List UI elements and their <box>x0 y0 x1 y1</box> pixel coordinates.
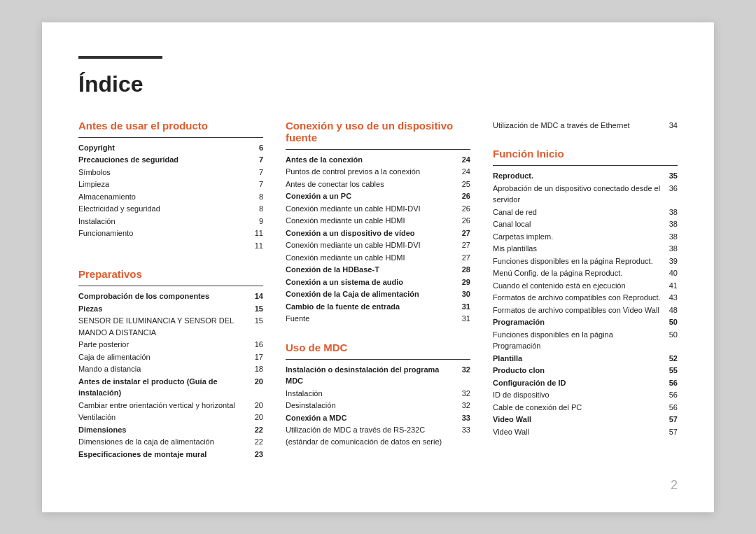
toc-num: 56 <box>665 402 678 414</box>
toc-label: Conexión mediante un cable HDMI <box>286 215 458 227</box>
toc-label: Cuando el contenido está en ejecución <box>493 280 665 292</box>
col3-section1-entries: Reproduct.35Aprobación de un dispositivo… <box>493 170 678 437</box>
toc-entry: Copyright6 <box>78 142 263 154</box>
toc-label: Antes de la conexión <box>286 154 458 166</box>
toc-entry: Cambiar entre orientación vertical y hor… <box>78 400 263 412</box>
toc-entry: Plantilla52 <box>493 353 678 365</box>
toc-num: 48 <box>665 304 678 316</box>
toc-columns: Antes de usar el producto Copyright6Prec… <box>78 120 678 461</box>
toc-label: Canal de red <box>493 206 665 218</box>
toc-label: Instalación o desinstalación del program… <box>286 364 458 387</box>
toc-label: Utilización de MDC a través de Ethernet <box>493 120 665 132</box>
toc-entry: Comprobación de los componentes14 <box>78 290 263 302</box>
toc-entry: Funciones disponibles en la página Repro… <box>493 255 678 267</box>
toc-entry: Video Wall57 <box>493 426 678 438</box>
toc-entry: Antes de la conexión24 <box>286 154 470 166</box>
toc-entry: Cuando el contenido está en ejecución41 <box>493 280 678 292</box>
toc-num: 29 <box>458 276 470 288</box>
toc-entry: Funciones disponibles en la página Progr… <box>493 329 678 352</box>
toc-entry: Utilización de MDC a través de Ethernet3… <box>493 120 678 132</box>
toc-entry: Electricidad y seguridad8 <box>78 203 263 215</box>
toc-num: 40 <box>665 267 678 279</box>
toc-entry: Conexión de la Caja de alimentación30 <box>286 288 470 300</box>
toc-num: 31 <box>458 301 470 313</box>
toc-label: Copyright <box>78 142 251 154</box>
toc-entry: Producto clon55 <box>493 365 678 377</box>
toc-entry: Conexión a un dispositivo de vídeo27 <box>286 227 470 239</box>
toc-num: 33 <box>458 412 470 424</box>
toc-num: 14 <box>251 290 263 302</box>
toc-label: Funciones disponibles en la página Repro… <box>493 255 665 267</box>
toc-label: Antes de instalar el producto (Guía de i… <box>78 376 251 399</box>
toc-entry: Menú Config. de la página Reproduct.40 <box>493 267 678 279</box>
toc-entry: SENSOR DE ILUMINANCIA Y SENSOR DEL MANDO… <box>78 315 263 338</box>
toc-entry: Canal local38 <box>493 218 678 230</box>
toc-entry: Símbolos7 <box>78 167 263 178</box>
toc-label: Conexión mediante un cable HDMI <box>286 252 458 264</box>
toc-label: Mis plantillas <box>493 243 665 255</box>
col3-section1-title: Función Inicio <box>493 148 678 160</box>
toc-entry: Dimensiones de la caja de alimentación22 <box>78 436 263 448</box>
toc-label: Configuración de ID <box>493 377 665 389</box>
toc-num: 52 <box>665 353 678 365</box>
toc-num: 55 <box>665 365 678 377</box>
toc-num: 41 <box>665 280 678 292</box>
toc-num: 27 <box>458 252 470 264</box>
toc-entry: Dimensiones22 <box>78 424 263 436</box>
toc-entry: Aprobación de un dispositivo conectado d… <box>493 183 678 206</box>
toc-entry: ID de dispositivo56 <box>493 389 678 401</box>
toc-num: 18 <box>251 363 263 375</box>
toc-label: Funciones disponibles en la página Progr… <box>493 329 665 352</box>
col2-section2-divider <box>286 359 470 360</box>
toc-entry: Conexión mediante un cable HDMI-DVI27 <box>286 239 470 251</box>
toc-num: 50 <box>665 329 678 341</box>
col2-section1-divider <box>286 149 470 150</box>
toc-entry: Programación50 <box>493 316 678 328</box>
toc-label: Mando a distancia <box>78 363 251 375</box>
toc-label: Conexión a un sistema de audio <box>286 276 458 288</box>
col1-section2-divider <box>78 286 263 286</box>
col1-section1-divider <box>78 137 263 138</box>
col3-section0-entries: Utilización de MDC a través de Ethernet3… <box>493 120 678 132</box>
toc-label: Precauciones de seguridad <box>78 154 251 166</box>
toc-entry: Conexión a MDC33 <box>286 412 470 424</box>
toc-num: 32 <box>458 364 470 376</box>
toc-entry: Puntos de control previos a la conexión2… <box>286 166 470 178</box>
toc-num: 26 <box>458 215 470 227</box>
toc-num: 15 <box>251 303 263 315</box>
toc-num: 22 <box>251 436 263 448</box>
page: Índice Antes de usar el producto Copyrig… <box>42 22 714 512</box>
toc-num: 50 <box>665 316 678 328</box>
toc-label: Conexión de la Caja de alimentación <box>286 288 458 300</box>
toc-label: Electricidad y seguridad <box>78 203 251 215</box>
toc-num: 7 <box>251 178 263 190</box>
toc-num: 38 <box>665 231 678 243</box>
toc-label: Conexión a un dispositivo de vídeo <box>286 227 458 239</box>
toc-entry: Almacenamiento8 <box>78 191 263 203</box>
toc-label: Producto clon <box>493 365 665 377</box>
toc-label: Conexión mediante un cable HDMI-DVI <box>286 203 458 215</box>
toc-num: 28 <box>458 264 470 276</box>
toc-entry: Antes de conectar los cables25 <box>286 178 470 190</box>
toc-num: 34 <box>665 120 678 132</box>
toc-num: 33 <box>458 424 470 436</box>
toc-entry: Limpieza7 <box>78 178 263 190</box>
toc-entry: Configuración de ID56 <box>493 377 678 389</box>
toc-label: Canal local <box>493 218 665 230</box>
toc-entry: Reproduct.35 <box>493 170 678 182</box>
col3: Utilización de MDC a través de Ethernet3… <box>493 120 678 461</box>
toc-entry: Desinstalación32 <box>286 400 470 412</box>
toc-label: Conexión de la HDBase-T <box>286 264 458 276</box>
toc-num: 36 <box>665 183 678 195</box>
toc-label: Plantilla <box>493 353 665 365</box>
toc-label: Conexión a MDC <box>286 412 458 424</box>
toc-entry: Mis plantillas38 <box>493 243 678 255</box>
toc-entry: Conexión mediante un cable HDMI26 <box>286 215 470 227</box>
toc-label: Instalación <box>78 216 251 227</box>
col2-section2-entries: Instalación o desinstalación del program… <box>286 364 470 448</box>
toc-label: Fuente <box>286 313 458 325</box>
toc-label: Programación <box>493 316 665 328</box>
toc-num: 26 <box>458 190 470 202</box>
toc-label: Funcionamiento <box>78 227 251 239</box>
toc-num: 11 <box>251 240 263 252</box>
